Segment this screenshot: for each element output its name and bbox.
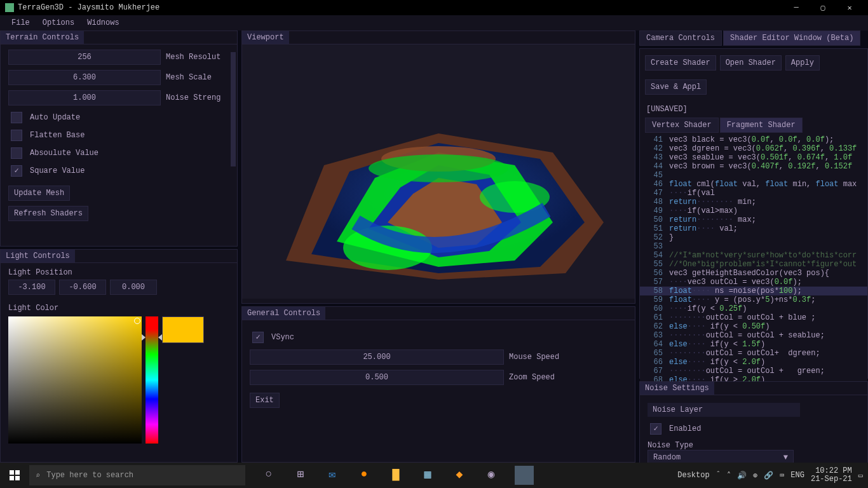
create-shader-button[interactable]: Create Shader (645, 55, 716, 71)
update-mesh-button[interactable]: Update Mesh (8, 186, 70, 201)
panel-title: General Controls (242, 307, 325, 320)
sublime-icon[interactable]: ◆ (451, 466, 468, 482)
notification-icon[interactable]: ▭ (858, 471, 863, 480)
unsaved-indicator: [UNSAVED] (640, 101, 867, 118)
svg-rect-10 (15, 470, 20, 475)
general-controls-panel: General Controls VSync 25.000 Mouse Spee… (241, 306, 635, 463)
taskbar-clock[interactable]: 10:22 PM 21-Sep-21 (811, 467, 852, 484)
code-line: 52} (640, 233, 867, 242)
code-line: 41vec3 black = vec3(0.0f, 0.0f, 0.0f); (640, 135, 867, 144)
tray-up-icon[interactable]: ˄ (727, 471, 731, 480)
code-line: 61········outCol = outCol + blue ; (640, 313, 867, 322)
mesh-resolution-input[interactable]: 256 (8, 50, 161, 65)
noise-type-value: Random (653, 453, 681, 462)
light-z-input[interactable]: 0.000 (110, 280, 157, 295)
taskbar-search[interactable]: ⌕ Type here to search (29, 465, 245, 485)
light-controls-panel: Light Controls Light Position -3.100 -0.… (0, 249, 238, 463)
zoom-speed-label: Zoom Speed (509, 373, 555, 382)
auto-update-checkbox[interactable] (11, 112, 22, 123)
shader-code-editor[interactable]: 41vec3 black = vec3(0.0f, 0.0f, 0.0f);42… (640, 133, 867, 387)
noise-strength-label: Noise Streng (166, 93, 220, 102)
save-apply-button[interactable]: Save & Appl (645, 79, 707, 95)
square-value-checkbox[interactable] (11, 165, 22, 177)
close-button[interactable]: ✕ (836, 0, 863, 15)
lang-indicator[interactable]: ENG (790, 471, 804, 480)
noise-layer-header[interactable]: Noise Layer (648, 403, 800, 417)
search-placeholder: Type here to search (46, 471, 133, 480)
menu-file[interactable]: File (11, 18, 30, 27)
code-line: 59float···· y = (pos.y*5)+ns*0.3f; (640, 295, 867, 304)
color-hue-slider[interactable] (146, 316, 158, 444)
noise-strength-input[interactable]: 1.000 (8, 90, 161, 105)
tab-fragment-shader[interactable]: Fragment Shader (720, 118, 803, 133)
terrain-controls-panel: Terrain Controls 256 Mesh Resolut 6.300 … (0, 30, 238, 247)
code-line: 54//*I*am*not*very*sure*how*to*do*this*c… (640, 251, 867, 260)
app-icon (5, 3, 14, 12)
light-y-input[interactable]: -0.600 (59, 280, 106, 295)
mouse-speed-input[interactable]: 25.000 (250, 349, 504, 365)
keyboard-icon[interactable]: ⌨ (780, 471, 784, 480)
zoom-speed-input[interactable]: 0.500 (250, 370, 504, 385)
code-line: 62else···· if(y < 0.50f) (640, 322, 867, 331)
tab-vertex-shader[interactable]: Vertex Shader (645, 118, 719, 133)
tab-shader-editor[interactable]: Shader Editor Window (Beta) (723, 30, 860, 46)
code-line: 44vec3 brown = vec3(0.407f, 0.192f, 0.15… (640, 162, 867, 171)
code-line: 65········outCol = outCol+ dgreen; (640, 349, 867, 358)
code-line: 42vec3 dgreen = vec3(0.062f, 0.396f, 0.1… (640, 144, 867, 153)
chevron-down-icon: ▼ (783, 453, 788, 462)
code-line: 57····vec3 outCol = vec3(0.0f); (640, 278, 867, 287)
maximize-button[interactable]: ▢ (810, 0, 836, 15)
code-line: 46float cml(float val, float min, float … (640, 180, 867, 189)
volume-icon[interactable]: 🔊 (737, 471, 747, 480)
svg-rect-11 (10, 476, 14, 480)
svg-point-8 (369, 154, 508, 182)
scrollbar-thumb[interactable] (231, 52, 236, 166)
mouse-speed-label: Mouse Speed (509, 353, 559, 362)
windows-taskbar: ⌕ Type here to search ○ ⊞ ✉ ● ▇ ▦ ◆ ◉ De… (0, 463, 868, 488)
viewport-3d[interactable] (242, 44, 635, 299)
code-line: 50return········ max; (640, 215, 867, 224)
exit-button[interactable]: Exit (250, 393, 280, 408)
tab-camera-controls[interactable]: Camera Controls (639, 30, 722, 46)
code-line: 63········outCol = outCol + seablue; (640, 331, 867, 340)
color-sv-picker[interactable] (8, 316, 142, 444)
flatten-base-checkbox[interactable] (11, 130, 22, 141)
app-icon[interactable] (515, 466, 534, 485)
minimize-button[interactable]: ─ (783, 0, 810, 15)
chrome-icon[interactable]: ◉ (483, 466, 499, 482)
vsync-label: VSync (271, 333, 294, 342)
auto-update-label: Auto Update (30, 113, 80, 122)
link-icon[interactable]: 🔗 (764, 471, 773, 480)
open-shader-button[interactable]: Open Shader (720, 55, 782, 71)
task-view-icon[interactable]: ⊞ (292, 466, 309, 482)
panel-title: Noise Settings (640, 382, 714, 395)
cortana-icon[interactable]: ○ (261, 466, 277, 482)
apply-shader-button[interactable]: Apply (785, 55, 820, 71)
panel-title: Viewport (242, 31, 289, 44)
absolute-value-checkbox[interactable] (11, 147, 22, 159)
firefox-icon[interactable]: ● (356, 466, 372, 482)
wifi-icon[interactable]: ⊚ (753, 471, 757, 480)
mesh-scale-input[interactable]: 6.300 (8, 70, 161, 85)
vsync-checkbox[interactable] (252, 332, 264, 343)
menu-options[interactable]: Options (43, 18, 74, 27)
noise-enabled-label: Enabled (669, 424, 701, 433)
svg-rect-12 (15, 476, 20, 480)
chevron-up-icon[interactable]: ˆ (716, 471, 721, 480)
desktop-label[interactable]: Desktop (677, 471, 709, 480)
refresh-shaders-button[interactable]: Refresh Shaders (8, 206, 88, 221)
explorer-icon[interactable]: ▇ (388, 466, 404, 482)
photos-icon[interactable]: ▦ (419, 466, 436, 482)
code-line: 45 (640, 171, 867, 180)
start-button[interactable] (0, 463, 29, 488)
code-line: 43vec3 seablue = vec3(0.501f, 0.674f, 1.… (640, 153, 867, 162)
light-x-input[interactable]: -3.100 (8, 280, 55, 295)
panel-title: Light Controls (1, 250, 75, 262)
code-line: 53 (640, 242, 867, 251)
shader-editor-panel: Create Shader Open Shader Apply Save & A… (639, 48, 868, 379)
noise-enabled-checkbox[interactable] (650, 423, 661, 435)
code-line: 64else···· if(y < 1.5f) (640, 340, 867, 349)
menu-windows[interactable]: Widnows (87, 18, 119, 27)
mail-icon[interactable]: ✉ (324, 466, 341, 482)
panel-title: Terrain Controls (1, 31, 84, 44)
